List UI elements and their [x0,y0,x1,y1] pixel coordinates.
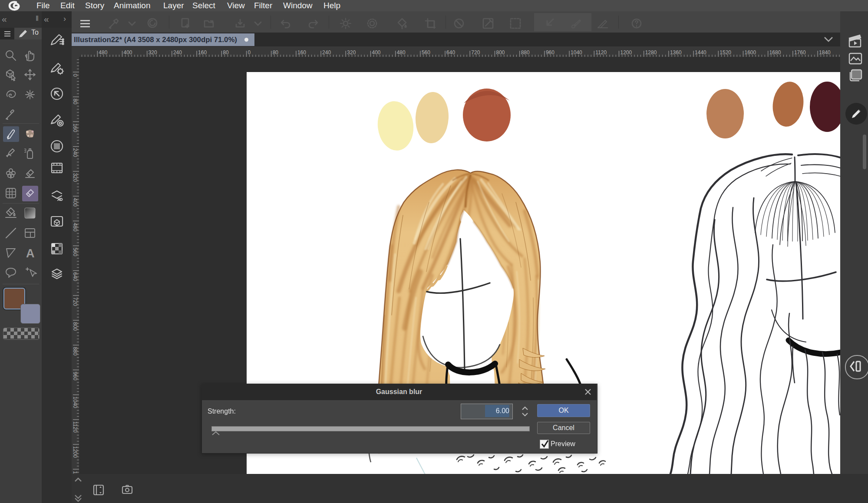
svg-text:320: 320 [347,49,356,56]
svg-text:400: 400 [372,49,381,56]
svg-text:880: 880 [521,49,530,56]
svg-text:1520: 1520 [719,49,731,56]
svg-text:1680: 1680 [769,49,781,56]
svg-text:400: 400 [124,49,132,56]
svg-text:1440: 1440 [695,49,706,56]
svg-text:160: 160 [297,49,306,56]
svg-text:240: 240 [322,49,331,56]
svg-text:80: 80 [223,49,229,56]
svg-text:1600: 1600 [745,49,756,56]
svg-text:80: 80 [273,49,279,56]
svg-text:320: 320 [149,49,157,56]
svg-text:1200: 1200 [620,49,632,56]
svg-text:640: 640 [446,49,455,56]
svg-text:1360: 1360 [670,49,682,56]
svg-text:720: 720 [471,49,480,56]
svg-text:1280: 1280 [645,49,657,56]
svg-text:1200: 1200 [72,446,78,458]
svg-text:0: 0 [248,49,251,56]
svg-text:1040: 1040 [571,49,582,56]
svg-text:240: 240 [173,49,182,56]
svg-text:480: 480 [99,49,107,56]
svg-text:160: 160 [198,49,207,56]
svg-text:1120: 1120 [72,421,78,433]
svg-text:1040: 1040 [72,397,78,408]
svg-text:800: 800 [496,49,505,56]
svg-text:480: 480 [397,49,406,56]
svg-text:1840: 1840 [819,49,831,56]
svg-text:560: 560 [422,49,430,56]
svg-text:1760: 1760 [794,49,806,56]
svg-text:960: 960 [546,49,554,56]
svg-text:80: 80 [72,99,78,105]
svg-text:1120: 1120 [595,49,607,56]
